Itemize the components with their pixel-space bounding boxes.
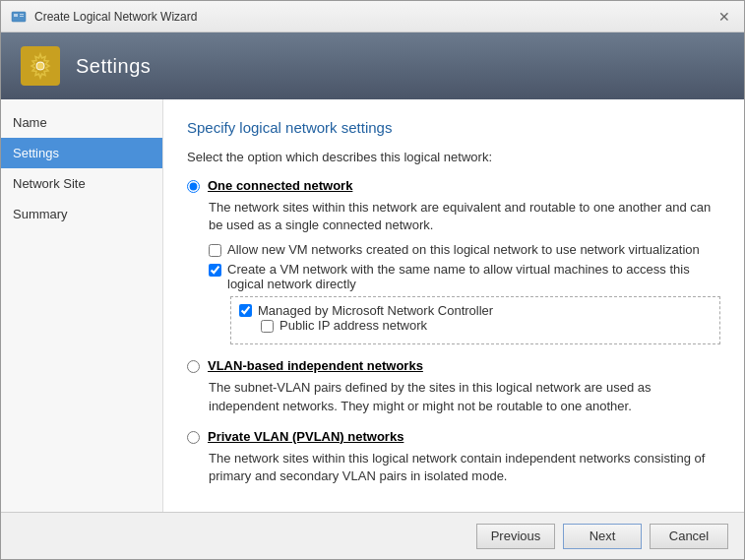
vlan-description: The subnet-VLAN pairs defined by the sit… <box>209 379 720 414</box>
settings-icon <box>25 50 56 82</box>
checkbox-create-vm-row: Create a VM network with the same name t… <box>209 262 720 291</box>
radio-one-connected-label[interactable]: One connected network <box>208 178 352 193</box>
svg-rect-1 <box>14 14 18 17</box>
radio-vlan-row: VLAN-based independent networks <box>187 358 720 373</box>
checkbox-public-ip-row: Public IP address network <box>261 318 712 333</box>
wizard-icon <box>11 9 27 25</box>
radio-pvlan-row: Private VLAN (PVLAN) networks <box>187 429 720 444</box>
radio-one-connected[interactable] <box>187 180 200 193</box>
sidebar-item-network-site[interactable]: Network Site <box>1 168 162 199</box>
footer: Previous Next Cancel <box>1 512 744 559</box>
page-header-title: Settings <box>76 55 151 78</box>
radio-pvlan[interactable] <box>187 431 200 444</box>
checkbox-public-ip-label[interactable]: Public IP address network <box>279 318 427 333</box>
previous-button[interactable]: Previous <box>476 524 555 549</box>
close-button[interactable]: ✕ <box>714 7 734 27</box>
checkbox-create-vm[interactable] <box>209 264 221 277</box>
radio-vlan-based-label[interactable]: VLAN-based independent networks <box>208 358 423 373</box>
radio-vlan-based[interactable] <box>187 360 200 373</box>
header-icon <box>21 46 60 86</box>
title-bar-left: Create Logical Network Wizard <box>11 9 197 25</box>
sidebar: Name Settings Network Site Summary <box>1 99 163 512</box>
option-vlan-based: VLAN-based independent networks The subn… <box>187 358 720 414</box>
checkbox-managed-controller-row: Managed by Microsoft Network Controller <box>239 303 712 318</box>
checkbox-allow-vm-label[interactable]: Allow new VM networks created on this lo… <box>227 242 700 257</box>
checkbox-managed-controller-label[interactable]: Managed by Microsoft Network Controller <box>258 303 493 318</box>
radio-pvlan-label[interactable]: Private VLAN (PVLAN) networks <box>208 429 404 444</box>
description-text: Select the option which describes this l… <box>187 150 720 164</box>
option-pvlan: Private VLAN (PVLAN) networks The networ… <box>187 429 720 485</box>
option-one-connected: One connected network The network sites … <box>187 178 720 344</box>
wizard-window: Create Logical Network Wizard ✕ Settings… <box>0 0 745 560</box>
svg-rect-3 <box>20 16 24 17</box>
page-title: Specify logical network settings <box>187 119 720 136</box>
cancel-button[interactable]: Cancel <box>650 524 728 549</box>
svg-rect-2 <box>20 14 24 15</box>
pvlan-description: The network sites within this logical ne… <box>209 450 720 485</box>
sidebar-item-settings[interactable]: Settings <box>1 138 162 168</box>
svg-point-5 <box>37 63 44 70</box>
nested-controller-group: Managed by Microsoft Network Controller … <box>230 296 720 344</box>
checkbox-managed-controller[interactable] <box>239 304 252 317</box>
one-connected-description: The network sites within this network ar… <box>209 199 720 234</box>
next-button[interactable]: Next <box>563 524 642 549</box>
checkbox-create-vm-label[interactable]: Create a VM network with the same name t… <box>227 262 720 291</box>
main-content: Specify logical network settings Select … <box>163 99 744 512</box>
radio-one-connected-row: One connected network <box>187 178 720 193</box>
sidebar-item-name[interactable]: Name <box>1 107 162 138</box>
checkbox-allow-vm[interactable] <box>209 244 221 257</box>
sidebar-item-summary[interactable]: Summary <box>1 199 162 229</box>
window-title: Create Logical Network Wizard <box>34 10 197 24</box>
title-bar: Create Logical Network Wizard ✕ <box>1 1 744 32</box>
content-area: Name Settings Network Site Summary Speci… <box>1 99 744 512</box>
header-banner: Settings <box>1 32 744 99</box>
checkbox-allow-vm-row: Allow new VM networks created on this lo… <box>209 242 720 257</box>
checkbox-public-ip[interactable] <box>261 320 274 333</box>
